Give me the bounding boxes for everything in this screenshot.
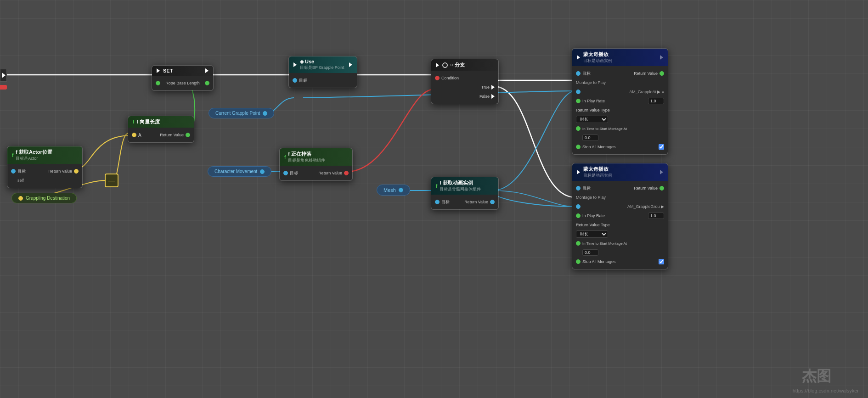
m1-montage-pin xyxy=(576,90,581,94)
mesh-label: Mesh xyxy=(383,187,396,193)
m1-intime-label: In Time to Start Montage At xyxy=(581,127,664,131)
m1-playrate-label: In Play Rate xyxy=(581,99,648,103)
m1-playrate-row: In Play Rate xyxy=(572,96,668,106)
m1-montage-label: Montage to Play xyxy=(576,80,606,85)
vector-return-label: Return Value xyxy=(160,133,184,137)
m2-intime-label: In Time to Start Montage At xyxy=(581,241,664,246)
left-edge-red xyxy=(0,85,7,90)
m2-rettype-select[interactable]: 时长 xyxy=(576,230,608,238)
falling-return-label: Return Value xyxy=(318,171,342,175)
m1-return-label: Return Value xyxy=(634,71,658,76)
use-title: ◈ Use xyxy=(300,59,344,65)
falling-node: f f 正在掉落 目标是角色移动组件 目标 Return Value xyxy=(279,148,353,181)
branch-condition-pin xyxy=(435,76,440,80)
vector-a-label: A xyxy=(136,133,160,138)
m1-target-row: 目标 Return Value xyxy=(572,69,668,78)
montage2-body: 目标 Return Value Montage to Play AM_Grapp… xyxy=(572,181,668,269)
m2-intime-pin xyxy=(576,241,581,246)
m1-rettype-val: 时长 xyxy=(572,115,668,124)
get-anim-body: 目标 Return Value xyxy=(431,195,498,209)
m1-rettype-label: Return Value Type xyxy=(576,108,664,112)
m2-target-pin xyxy=(576,186,581,191)
branch-false-exec xyxy=(491,94,495,99)
rope-pin-out xyxy=(205,81,209,85)
current-grapple-node: Current Grapple Point xyxy=(209,108,274,118)
m2-playrate-label: In Play Rate xyxy=(581,213,648,218)
m2-playrate-pin xyxy=(576,213,581,218)
get-actor-subtitle: 目标是Actor xyxy=(16,156,52,162)
m1-stopall-label: Stop All Montages xyxy=(581,145,659,149)
left-edge-exec xyxy=(0,69,7,82)
reroute-node: — xyxy=(105,174,118,187)
watermark-logo: 杰图 xyxy=(802,366,831,387)
m1-stopall-pin xyxy=(576,145,581,149)
grappling-pin xyxy=(18,196,23,201)
vector-a-pin xyxy=(132,133,136,137)
set-node: SET Rope Base Length xyxy=(152,65,214,91)
m2-target-label: 目标 xyxy=(581,185,634,191)
m2-return-pin xyxy=(659,186,664,191)
montage1-title: 蒙太奇播放 xyxy=(583,51,612,58)
branch-condition-label: Condition xyxy=(440,76,495,80)
m1-intime-row: In Time to Start Montage At xyxy=(572,124,668,133)
get-anim-target-label: 目标 xyxy=(440,199,464,205)
falling-target-label: 目标 xyxy=(288,170,318,176)
actor-self-row: self xyxy=(7,176,82,185)
vector-a-row: A Return Value xyxy=(128,130,194,140)
m1-target-pin xyxy=(576,71,581,76)
falling-target-pin xyxy=(283,171,288,175)
actor-target-label: 目标 xyxy=(16,168,48,174)
m2-montage-value: AM_GrappleGrou ▶ xyxy=(626,204,664,209)
m2-stopall-check[interactable] xyxy=(659,259,664,264)
m2-intime-val xyxy=(572,248,668,257)
m1-montage-value: AM_GrappleAi ▶ ≡ xyxy=(627,90,664,94)
m1-playrate-input[interactable] xyxy=(648,98,664,104)
m2-intime-input[interactable] xyxy=(582,249,598,256)
montage2-title: 蒙太奇播放 xyxy=(583,166,612,173)
actor-return-label: Return Value xyxy=(48,169,72,174)
m1-intime-input[interactable] xyxy=(582,135,598,141)
m1-intime-val xyxy=(572,133,668,142)
m1-rettype-select[interactable]: 时长 xyxy=(576,116,608,123)
char-movement-node: Character Movement xyxy=(208,166,271,177)
falling-header: f f 正在掉落 目标是角色移动组件 xyxy=(280,148,352,166)
montage2-subtitle: 目标是动画实例 xyxy=(583,173,612,179)
montage1-node: 蒙太奇播放 目标是动画实例 目标 Return Value Montage to… xyxy=(572,48,668,155)
vector-title: f 向量长度 xyxy=(136,118,160,125)
mesh-node: Mesh xyxy=(377,185,410,196)
use-target-label: 目标 xyxy=(297,78,353,84)
actor-return-pin xyxy=(74,169,79,174)
use-target-row: 目标 xyxy=(289,76,357,85)
falling-title: f 正在掉落 xyxy=(288,151,325,157)
branch-header: ○ 分支 xyxy=(431,59,498,71)
branch-true-label: True xyxy=(435,85,490,90)
falling-return-pin xyxy=(344,171,349,175)
set-node-body: Rope Base Length xyxy=(152,76,213,90)
falling-subtitle: 目标是角色移动组件 xyxy=(288,157,325,163)
set-node-header: SET xyxy=(152,66,213,76)
m1-stopall-check[interactable] xyxy=(659,144,664,150)
get-anim-target-pin xyxy=(435,200,440,204)
m2-stopall-label: Stop All Montages xyxy=(581,259,659,264)
m2-playrate-row: In Play Rate xyxy=(572,211,668,220)
get-actor-title: f 获取Actor位置 xyxy=(16,149,52,156)
m2-montage-label: Montage to Play xyxy=(576,195,606,200)
m2-target-row: 目标 Return Value xyxy=(572,184,668,193)
vector-body: A Return Value xyxy=(128,128,194,142)
branch-true-row: True xyxy=(431,83,498,92)
char-pin xyxy=(260,169,265,174)
branch-false-row: False xyxy=(431,92,498,101)
use-subtitle: 目标是BP Grapple Point xyxy=(300,65,344,71)
m2-stopall-row: Stop All Montages xyxy=(572,257,668,266)
m1-rettype-row: Return Value Type xyxy=(572,106,668,115)
m2-rettype-row: Return Value Type xyxy=(572,220,668,230)
montage1-header: 蒙太奇播放 目标是动画实例 xyxy=(572,49,668,66)
current-grapple-label: Current Grapple Point xyxy=(215,111,260,116)
m2-rettype-val: 时长 xyxy=(572,230,668,239)
rope-pin-in xyxy=(156,81,160,85)
get-anim-return-label: Return Value xyxy=(464,200,488,204)
branch-body: Condition True False xyxy=(431,71,498,104)
get-anim-row: 目标 Return Value xyxy=(431,197,498,207)
m2-playrate-input[interactable] xyxy=(648,213,664,219)
m1-return-pin xyxy=(659,71,664,76)
